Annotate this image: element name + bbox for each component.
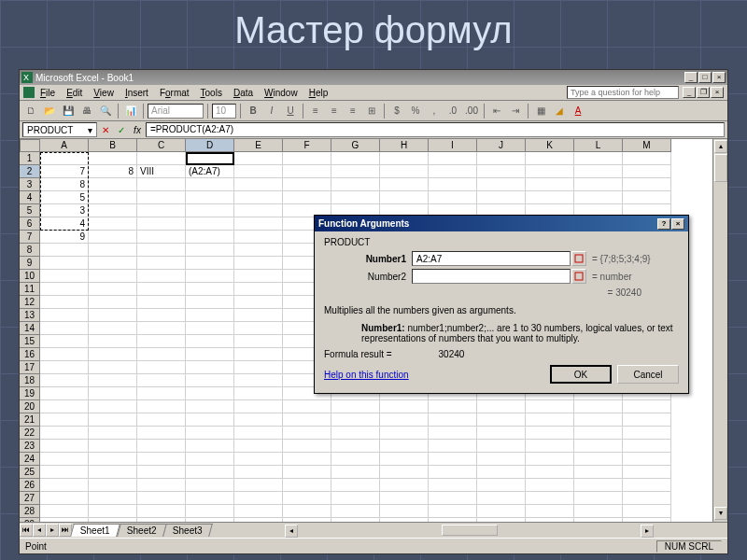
- cell-E4[interactable]: [234, 191, 283, 204]
- cell-H24[interactable]: [380, 453, 429, 466]
- cell-A15[interactable]: [40, 335, 89, 348]
- cell-G2[interactable]: [331, 165, 380, 178]
- cell-L24[interactable]: [574, 453, 623, 466]
- cell-F28[interactable]: [283, 505, 331, 518]
- cell-K24[interactable]: [526, 453, 574, 466]
- cell-D1[interactable]: [186, 152, 234, 165]
- cell-C3[interactable]: [137, 178, 186, 191]
- cell-D4[interactable]: [186, 191, 234, 204]
- cell-D9[interactable]: [186, 257, 234, 270]
- cell-A28[interactable]: [40, 505, 89, 518]
- row-header-27[interactable]: 27: [20, 492, 40, 505]
- cell-I26[interactable]: [429, 479, 477, 492]
- enter-formula-icon[interactable]: ✓: [114, 122, 129, 137]
- row-header-23[interactable]: 23: [20, 440, 40, 453]
- cell-B24[interactable]: [89, 453, 137, 466]
- cell-C12[interactable]: [137, 296, 186, 309]
- cell-H22[interactable]: [380, 427, 429, 440]
- cell-G23[interactable]: [331, 440, 380, 453]
- currency-icon[interactable]: $: [388, 103, 405, 119]
- ok-button[interactable]: OK: [550, 365, 612, 384]
- percent-icon[interactable]: %: [407, 103, 424, 119]
- hscroll-thumb[interactable]: [442, 525, 498, 536]
- cell-D16[interactable]: [186, 348, 234, 361]
- cell-A27[interactable]: [40, 492, 89, 505]
- cell-B7[interactable]: [89, 231, 137, 244]
- cell-E16[interactable]: [234, 348, 283, 361]
- row-header-11[interactable]: 11: [20, 283, 40, 296]
- cell-I25[interactable]: [429, 466, 477, 479]
- cell-D20[interactable]: [186, 400, 234, 413]
- cell-C5[interactable]: [137, 204, 186, 217]
- cell-B2[interactable]: 8: [89, 165, 137, 178]
- cell-C20[interactable]: [137, 400, 186, 413]
- cell-C25[interactable]: [137, 466, 186, 479]
- cell-E7[interactable]: [234, 231, 283, 244]
- cell-J24[interactable]: [477, 453, 526, 466]
- cell-L26[interactable]: [574, 479, 623, 492]
- dialog-help-icon[interactable]: ?: [657, 218, 670, 230]
- cell-D28[interactable]: [186, 505, 234, 518]
- cell-J27[interactable]: [477, 492, 526, 505]
- cell-F1[interactable]: [283, 152, 331, 165]
- col-header-G[interactable]: G: [331, 139, 380, 152]
- row-header-12[interactable]: 12: [20, 296, 40, 309]
- arg2-input[interactable]: [412, 269, 571, 284]
- cell-G28[interactable]: [331, 505, 380, 518]
- cell-A5[interactable]: 3: [40, 204, 89, 217]
- row-header-29[interactable]: 29: [20, 518, 40, 522]
- sheet-tab-3[interactable]: Sheet3: [163, 524, 213, 537]
- col-header-M[interactable]: M: [623, 139, 671, 152]
- col-header-B[interactable]: B: [89, 139, 137, 152]
- font-color-icon[interactable]: A: [570, 103, 586, 119]
- cell-H1[interactable]: [380, 152, 429, 165]
- underline-icon[interactable]: U: [282, 103, 299, 119]
- cell-C21[interactable]: [137, 413, 186, 427]
- cell-I23[interactable]: [429, 440, 477, 453]
- cell-E10[interactable]: [234, 270, 283, 283]
- cell-A8[interactable]: [40, 244, 89, 257]
- cell-D7[interactable]: [186, 231, 234, 244]
- align-center-icon[interactable]: ≡: [326, 103, 343, 119]
- cell-J29[interactable]: [477, 518, 526, 522]
- cell-C6[interactable]: [137, 217, 186, 231]
- cell-M24[interactable]: [623, 453, 671, 466]
- cell-M2[interactable]: [623, 165, 671, 178]
- col-header-K[interactable]: K: [526, 139, 574, 152]
- cell-C18[interactable]: [137, 374, 186, 387]
- cell-D14[interactable]: [186, 322, 234, 335]
- cell-G24[interactable]: [331, 453, 380, 466]
- cell-E18[interactable]: [234, 374, 283, 387]
- cell-D22[interactable]: [186, 427, 234, 440]
- cell-E22[interactable]: [234, 427, 283, 440]
- row-header-14[interactable]: 14: [20, 322, 40, 335]
- cell-H20[interactable]: [380, 400, 429, 413]
- cell-A29[interactable]: [40, 518, 89, 522]
- bold-icon[interactable]: B: [245, 103, 261, 119]
- cell-C8[interactable]: [137, 244, 186, 257]
- cell-E1[interactable]: [234, 152, 283, 165]
- inc-decimal-icon[interactable]: .0: [444, 103, 461, 119]
- row-header-25[interactable]: 25: [20, 466, 40, 479]
- scroll-thumb[interactable]: [714, 154, 727, 182]
- cell-D29[interactable]: [186, 518, 234, 522]
- row-header-26[interactable]: 26: [20, 479, 40, 492]
- borders-icon[interactable]: ▦: [532, 103, 549, 119]
- cell-A19[interactable]: [40, 387, 89, 400]
- cell-F29[interactable]: [283, 518, 331, 522]
- row-header-20[interactable]: 20: [20, 400, 40, 413]
- cell-B26[interactable]: [89, 479, 137, 492]
- cell-A3[interactable]: 8: [40, 178, 89, 191]
- cell-L2[interactable]: [574, 165, 623, 178]
- cell-E20[interactable]: [234, 400, 283, 413]
- cell-B18[interactable]: [89, 374, 137, 387]
- cell-B29[interactable]: [89, 518, 137, 522]
- formula-input[interactable]: =PRODUCT(A2:A7): [146, 122, 725, 137]
- cell-M26[interactable]: [623, 479, 671, 492]
- cell-M25[interactable]: [623, 466, 671, 479]
- cell-C24[interactable]: [137, 453, 186, 466]
- cell-K23[interactable]: [526, 440, 574, 453]
- cell-J21[interactable]: [477, 413, 526, 427]
- save-icon[interactable]: 💾: [60, 103, 77, 119]
- cell-E6[interactable]: [234, 217, 283, 231]
